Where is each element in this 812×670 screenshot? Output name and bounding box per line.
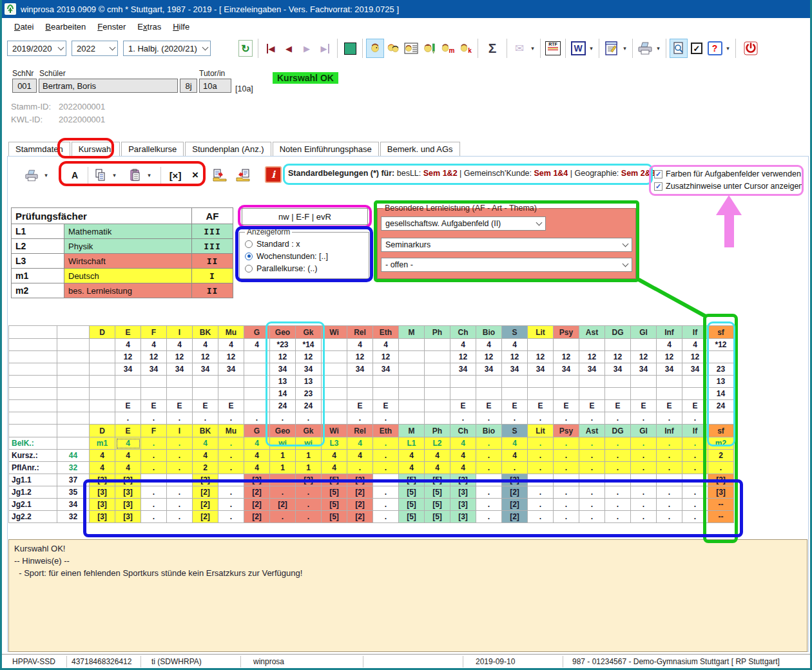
grid-cell[interactable]: .: [682, 486, 708, 499]
grid-cell[interactable]: .: [528, 511, 554, 523]
nav-first-button[interactable]: ◀: [262, 39, 280, 58]
grid-cell[interactable]: E: [115, 400, 141, 412]
student-k-button[interactable]: k: [456, 39, 474, 58]
grid-cell[interactable]: 34: [605, 363, 631, 376]
email-dropdown[interactable]: [528, 39, 537, 58]
years-field[interactable]: 8j: [180, 79, 197, 93]
student-single-button[interactable]: [366, 39, 384, 58]
cohort-select[interactable]: 2022: [72, 41, 118, 56]
grid-cell[interactable]: [2]: [347, 499, 373, 511]
grid-cell[interactable]: .: [579, 450, 605, 462]
grid-cell[interactable]: .: [141, 450, 167, 462]
grid-cell[interactable]: 4: [193, 450, 218, 462]
grid-cell[interactable]: m1: [90, 437, 115, 450]
grid-cell[interactable]: .: [450, 412, 476, 425]
grid-cell[interactable]: L1: [399, 437, 425, 450]
grid-cell[interactable]: 12: [218, 351, 244, 363]
grid-cell[interactable]: 4: [115, 450, 141, 462]
grid-cell[interactable]: [3]: [115, 511, 141, 523]
nav-last-button[interactable]: ▶: [316, 39, 334, 58]
grid-cell[interactable]: 1: [296, 450, 322, 462]
paste-dropdown[interactable]: [145, 166, 153, 184]
grid-cell[interactable]: 4: [450, 462, 476, 474]
grid-cell[interactable]: .: [373, 486, 399, 499]
grid-cell[interactable]: [322, 339, 347, 351]
grid-cell[interactable]: [399, 400, 425, 412]
grid-cell[interactable]: .: [528, 486, 554, 499]
grid-cell[interactable]: 12: [657, 351, 682, 363]
grid-cell[interactable]: .: [554, 412, 579, 425]
grid-cell[interactable]: 13: [708, 376, 734, 388]
grid-cell[interactable]: [5]: [322, 499, 347, 511]
grid-cell[interactable]: .: [502, 412, 528, 425]
grid-cell[interactable]: 34: [115, 363, 141, 376]
grid-cell[interactable]: [322, 412, 347, 425]
grid-cell[interactable]: 4: [399, 450, 425, 462]
grid-cell[interactable]: [399, 339, 425, 351]
grid-cell[interactable]: wi: [296, 437, 322, 450]
grid-cell[interactable]: 12: [270, 351, 296, 363]
grid-cell[interactable]: [2]: [244, 511, 270, 523]
clear-button[interactable]: ×: [186, 166, 204, 184]
grid-cell[interactable]: 4: [141, 339, 167, 351]
grid-cell[interactable]: .: [657, 511, 682, 523]
grid-cell[interactable]: [2]: [502, 511, 528, 523]
grid-cell[interactable]: 4: [244, 339, 270, 351]
grid-cell[interactable]: 34: [476, 363, 502, 376]
grid-cell[interactable]: [708, 351, 734, 363]
grid-cell[interactable]: *23: [270, 339, 296, 351]
grid-cell[interactable]: .: [218, 474, 244, 486]
grid-cell[interactable]: 34: [218, 363, 244, 376]
tutor-field[interactable]: 10a: [199, 79, 231, 93]
grid-cell[interactable]: .: [579, 474, 605, 486]
grid-cell[interactable]: 34: [579, 363, 605, 376]
grid-cell[interactable]: [90, 339, 115, 351]
grid-cell[interactable]: .: [631, 412, 657, 425]
grid-cell[interactable]: E: [218, 400, 244, 412]
font-button[interactable]: A: [64, 166, 86, 184]
grid-cell[interactable]: [3]: [115, 474, 141, 486]
grid-cell[interactable]: .: [141, 412, 167, 425]
grid-cell[interactable]: 1: [270, 462, 296, 474]
grid-cell[interactable]: .: [605, 462, 631, 474]
grid-cell[interactable]: [5]: [425, 474, 450, 486]
grid-cell[interactable]: [579, 339, 605, 351]
grid-cell[interactable]: .: [218, 462, 244, 474]
grid-cell[interactable]: .: [167, 486, 193, 499]
grid-cell[interactable]: .: [682, 437, 708, 450]
grid-cell[interactable]: .: [373, 450, 399, 462]
grid-cell[interactable]: .: [218, 412, 244, 425]
grid-cell[interactable]: [5]: [399, 486, 425, 499]
paste-button[interactable]: [126, 166, 145, 184]
grid-cell[interactable]: 4: [115, 339, 141, 351]
option-colors-checkbox[interactable]: ✓ Farben für Aufgabenfelder verwenden: [654, 169, 801, 178]
grid-cell[interactable]: .: [579, 437, 605, 450]
grid-cell[interactable]: 2: [193, 462, 218, 474]
grid-cell[interactable]: .: [476, 511, 502, 523]
menu-datei[interactable]: Datei: [8, 19, 39, 34]
import-kwl-button[interactable]: [233, 166, 253, 184]
grid-cell[interactable]: 24: [296, 400, 322, 412]
student-name-field[interactable]: Bertram, Boris: [39, 79, 178, 93]
besll-thema-select[interactable]: - offen -: [381, 258, 632, 272]
grid-cell[interactable]: .: [141, 511, 167, 523]
grid-cell[interactable]: .: [218, 486, 244, 499]
report-button[interactable]: [603, 39, 621, 58]
grid-cell[interactable]: [5]: [322, 474, 347, 486]
grid-cell[interactable]: .: [528, 474, 554, 486]
grid-cell[interactable]: [244, 388, 270, 400]
grid-cell[interactable]: [682, 388, 708, 400]
grid-cell[interactable]: [322, 363, 347, 376]
grid-cell[interactable]: [218, 376, 244, 388]
grid-cell[interactable]: [528, 339, 554, 351]
grid-cell[interactable]: .: [218, 511, 244, 523]
grid-cell[interactable]: 34: [270, 363, 296, 376]
rtf-export-button[interactable]: RTF: [544, 39, 562, 58]
grid-cell[interactable]: [2]: [244, 474, 270, 486]
grid-cell[interactable]: E: [605, 400, 631, 412]
grid-cell[interactable]: .: [554, 499, 579, 511]
grid-cell[interactable]: [218, 388, 244, 400]
grid-cell[interactable]: 4: [90, 450, 115, 462]
menu-bearbeiten[interactable]: Bearbeiten: [39, 19, 92, 34]
grid-cell[interactable]: [399, 412, 425, 425]
